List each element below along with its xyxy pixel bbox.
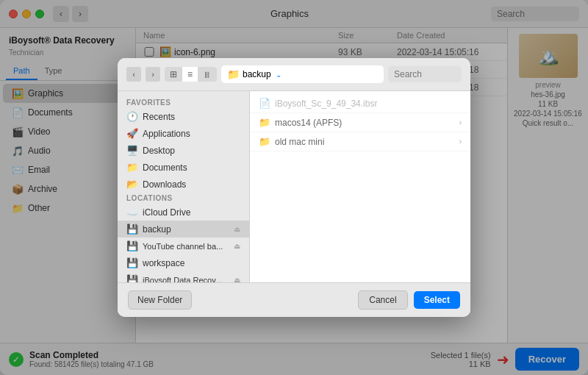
file-doc-icon: 📄	[259, 98, 270, 109]
column-view-button[interactable]: ⫼	[198, 67, 217, 82]
icon-view-button[interactable]: ⊞	[165, 67, 182, 82]
folder-oldmac-icon: 📁	[259, 136, 270, 147]
locations-header: Locations	[118, 193, 249, 204]
icloud-icon: ☁️	[126, 207, 138, 218]
select-button[interactable]: Select	[414, 291, 460, 309]
list-item[interactable]: 📄 iBoysoft_Sc_9_49_34.ibsr	[250, 94, 470, 113]
dialog-file-content: 📄 iBoysoft_Sc_9_49_34.ibsr 📁 macos14 (AP…	[250, 91, 470, 282]
folder-macos-icon: 📁	[259, 117, 270, 128]
downloads-icon: 📂	[126, 179, 138, 190]
dialog-toolbar: ‹ › ⊞ ≡ ⫼ 📁 backup ⌄	[118, 58, 470, 91]
dialog-search-input[interactable]	[388, 66, 462, 82]
dialog-sidebar-item-iboysoft[interactable]: 💾 iBoysoft Data Recov... ⏏	[118, 271, 249, 282]
dialog-sidebar-item-youtube[interactable]: 💾 YouTube channel ba... ⏏	[118, 238, 249, 254]
folder-icon: 📁	[227, 68, 240, 80]
recents-icon: 🕐	[126, 111, 138, 122]
dialog-sidebar-item-workspace[interactable]: 💾 workspace	[118, 254, 249, 271]
view-mode-buttons: ⊞ ≡ ⫼	[165, 67, 217, 82]
workspace-icon: 💾	[126, 257, 138, 268]
list-item[interactable]: 📁 old mac mini ›	[250, 132, 470, 151]
dialog-sidebar-item-desktop[interactable]: 🖥️ Desktop	[118, 142, 249, 159]
dialog-sidebar-item-backup[interactable]: 💾 backup ⏏	[118, 221, 249, 238]
new-folder-button[interactable]: New Folder	[128, 290, 192, 310]
backup-drive-icon: 💾	[126, 224, 138, 235]
dialog-body: Favorites 🕐 Recents 🚀 Applications 🖥️ De…	[118, 91, 470, 282]
dialog-location: 📁 backup ⌄	[221, 65, 384, 83]
desktop-icon: 🖥️	[126, 145, 138, 156]
dialog-sidebar-item-downloads[interactable]: 📂 Downloads	[118, 176, 249, 193]
applications-icon: 🚀	[126, 128, 138, 139]
favorites-header: Favorites	[118, 97, 249, 108]
file-open-dialog: ‹ › ⊞ ≡ ⫼ 📁 backup ⌄ Favorites 🕐 Recents	[118, 58, 470, 317]
eject-icon-youtube[interactable]: ⏏	[234, 242, 240, 250]
eject-icon-iboysoft[interactable]: ⏏	[234, 276, 240, 282]
dialog-sidebar-item-documents[interactable]: 📁 Documents	[118, 159, 249, 176]
cancel-button[interactable]: Cancel	[358, 290, 407, 310]
list-view-button[interactable]: ≡	[182, 67, 198, 82]
chevron-right-icon: ›	[459, 118, 462, 126]
location-dropdown-icon[interactable]: ⌄	[276, 71, 282, 79]
dialog-forward-button[interactable]: ›	[146, 67, 160, 82]
iboysoft-drive-icon: 💾	[126, 274, 138, 282]
dialog-overlay: ‹ › ⊞ ≡ ⫼ 📁 backup ⌄ Favorites 🕐 Recents	[0, 0, 588, 375]
documents-dialog-icon: 📁	[126, 162, 138, 173]
list-item[interactable]: 📁 macos14 (APFS) ›	[250, 113, 470, 132]
dialog-sidebar: Favorites 🕐 Recents 🚀 Applications 🖥️ De…	[118, 91, 250, 282]
dialog-sidebar-item-recents[interactable]: 🕐 Recents	[118, 108, 249, 125]
dialog-sidebar-item-applications[interactable]: 🚀 Applications	[118, 125, 249, 142]
dialog-footer: New Folder Cancel Select	[118, 282, 470, 317]
chevron-right-icon-2: ›	[459, 138, 462, 146]
dialog-back-button[interactable]: ‹	[126, 67, 141, 82]
youtube-drive-icon: 💾	[126, 240, 138, 251]
dialog-sidebar-item-icloud[interactable]: ☁️ iCloud Drive	[118, 204, 249, 221]
eject-icon[interactable]: ⏏	[234, 225, 240, 233]
